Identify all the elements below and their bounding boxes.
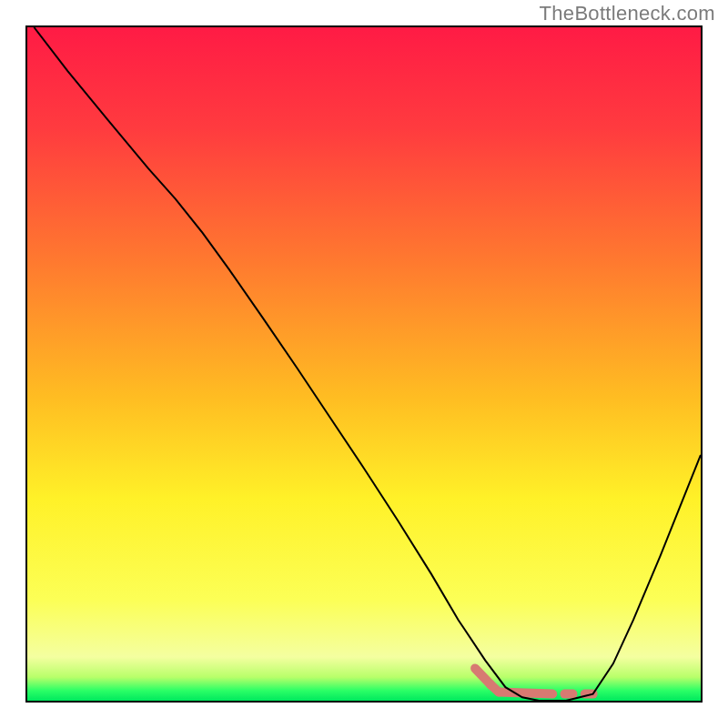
svg-line-2 [499, 692, 552, 693]
chart-wrap: TheBottleneck.com [0, 0, 728, 728]
plot-area [25, 25, 703, 703]
watermark-text: TheBottleneck.com [540, 2, 715, 25]
chart-svg [27, 27, 701, 701]
gradient-background [27, 27, 701, 701]
